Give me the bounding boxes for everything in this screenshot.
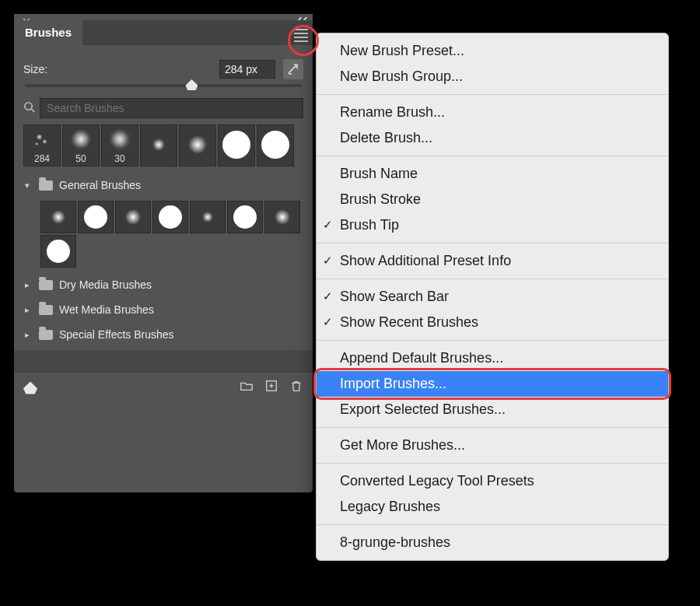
- menu-item-label: Show Recent Brushes: [340, 312, 478, 333]
- empty-area: [14, 350, 313, 372]
- brush-thumb[interactable]: [78, 201, 114, 233]
- menu-item[interactable]: ✓Brush Tip: [317, 212, 668, 238]
- menu-item[interactable]: New Brush Preset...: [317, 38, 668, 64]
- brush-thumb[interactable]: [227, 201, 263, 233]
- menu-item[interactable]: Export Selected Brushes...: [317, 397, 668, 422]
- search-icon: [23, 101, 35, 115]
- chevron-right-icon: ▸: [25, 330, 33, 340]
- recent-brush[interactable]: 284: [23, 124, 61, 166]
- size-slider[interactable]: [25, 84, 302, 87]
- menu-separator: [317, 156, 668, 156]
- chevron-right-icon: ▸: [25, 305, 33, 315]
- menu-item[interactable]: Delete Brush...: [317, 125, 668, 151]
- menu-item[interactable]: Import Brushes...: [317, 371, 668, 397]
- check-icon: ✓: [323, 314, 333, 331]
- brush-thumb[interactable]: [40, 235, 76, 268]
- brush-thumb[interactable]: [152, 201, 188, 233]
- panel-body: Size: 284 50 30 ▾: [14, 45, 313, 347]
- menu-item[interactable]: ✓Show Search Bar: [317, 284, 668, 310]
- menu-item-label: Show Additional Preset Info: [340, 250, 511, 271]
- menu-separator: [317, 524, 668, 525]
- menu-item-label: Import Brushes...: [340, 373, 446, 394]
- recent-brush-row: 284 50 30: [23, 124, 303, 166]
- menu-item[interactable]: 8-grunge-brushes: [317, 530, 668, 555]
- folder-label: General Brushes: [59, 179, 141, 191]
- chevron-down-icon: ▾: [25, 180, 33, 191]
- new-preset-icon[interactable]: [264, 379, 278, 397]
- recent-brush[interactable]: [179, 124, 216, 166]
- menu-item-label: Show Search Bar: [340, 286, 449, 307]
- folder-wet-media[interactable]: ▸ Wet Media Brushes: [23, 297, 303, 322]
- folder-dry-media[interactable]: ▸ Dry Media Brushes: [23, 272, 303, 297]
- menu-item-label: Export Selected Brushes...: [340, 399, 506, 420]
- size-label: Size:: [23, 63, 47, 75]
- menu-separator: [317, 463, 668, 464]
- recent-brush[interactable]: 30: [101, 124, 138, 166]
- panel-footer: [14, 372, 313, 403]
- svg-point-0: [25, 103, 32, 110]
- svg-line-1: [31, 109, 34, 112]
- recent-brush[interactable]: 50: [62, 124, 100, 166]
- folder-new-icon[interactable]: [240, 379, 254, 397]
- tab-row: Brushes: [14, 20, 313, 45]
- brush-tree: ▾ General Brushes ▸ Dry Media Brushes: [23, 173, 303, 347]
- folder-label: Dry Media Brushes: [59, 278, 152, 291]
- search-input[interactable]: [40, 98, 303, 118]
- folder-general-brushes[interactable]: ▾ General Brushes: [23, 173, 303, 198]
- folder-special-effects[interactable]: ▸ Special Effects Brushes: [23, 322, 303, 347]
- menu-item-label: Append Default Brushes...: [340, 348, 503, 369]
- folder-label: Wet Media Brushes: [59, 303, 154, 316]
- panel-topbar: ✕ ❮❮: [14, 14, 313, 20]
- menu-item[interactable]: ✓Show Recent Brushes: [317, 310, 668, 335]
- panel-flyout-menu: New Brush Preset...New Brush Group...Ren…: [316, 33, 669, 561]
- menu-item[interactable]: Rename Brush...: [317, 100, 668, 125]
- recent-brush[interactable]: [257, 124, 294, 166]
- flip-brush-icon[interactable]: [283, 59, 303, 79]
- menu-item-label: Brush Name: [340, 163, 418, 184]
- tab-brushes[interactable]: Brushes: [14, 20, 82, 45]
- menu-item-label: Converted Legacy Tool Presets: [340, 471, 534, 492]
- menu-item[interactable]: Converted Legacy Tool Presets: [317, 468, 668, 494]
- brush-thumb[interactable]: [40, 201, 76, 233]
- folder-icon: [39, 330, 53, 340]
- menu-separator: [317, 94, 668, 95]
- menu-item-label: 8-grunge-brushes: [340, 532, 450, 553]
- menu-item-label: Brush Tip: [340, 215, 399, 236]
- menu-item[interactable]: New Brush Group...: [317, 64, 668, 89]
- chevron-right-icon: ▸: [25, 280, 33, 290]
- menu-separator: [317, 340, 668, 341]
- check-icon: ✓: [323, 216, 333, 234]
- menu-item[interactable]: Legacy Brushes: [317, 494, 668, 520]
- brush-thumb[interactable]: [190, 201, 226, 233]
- trash-icon[interactable]: [289, 379, 303, 397]
- panel-menu-icon[interactable]: [294, 26, 308, 44]
- menu-item[interactable]: Append Default Brushes...: [317, 345, 668, 371]
- menu-separator: [317, 278, 668, 279]
- recent-brush[interactable]: [140, 124, 177, 166]
- folder-icon: [39, 180, 53, 191]
- menu-separator: [317, 243, 668, 243]
- folder-icon: [39, 305, 53, 315]
- brush-picker-icon[interactable]: [23, 382, 37, 394]
- menu-separator: [317, 427, 668, 428]
- menu-item[interactable]: ✓Show Additional Preset Info: [317, 248, 668, 274]
- menu-item-label: Delete Brush...: [340, 128, 432, 149]
- brushes-panel: ✕ ❮❮ Brushes Size: 284 50 30: [14, 14, 313, 492]
- recent-brush[interactable]: [218, 124, 255, 166]
- check-icon: ✓: [323, 288, 333, 306]
- general-brush-grid: [23, 198, 303, 272]
- menu-item[interactable]: Brush Name: [317, 161, 668, 187]
- menu-item[interactable]: Get More Brushes...: [317, 433, 668, 458]
- menu-item[interactable]: Brush Stroke: [317, 187, 668, 212]
- brush-thumb[interactable]: [115, 201, 151, 233]
- folder-label: Special Effects Brushes: [59, 328, 174, 341]
- check-icon: ✓: [323, 252, 333, 270]
- size-slider-thumb[interactable]: [185, 79, 198, 90]
- menu-item-label: Get More Brushes...: [340, 435, 465, 456]
- menu-item-label: New Brush Group...: [340, 66, 463, 87]
- brush-thumb[interactable]: [264, 201, 300, 233]
- folder-icon: [39, 280, 53, 290]
- menu-item-label: Legacy Brushes: [340, 496, 440, 517]
- menu-item-label: Brush Stroke: [340, 189, 421, 210]
- size-input[interactable]: [219, 60, 275, 79]
